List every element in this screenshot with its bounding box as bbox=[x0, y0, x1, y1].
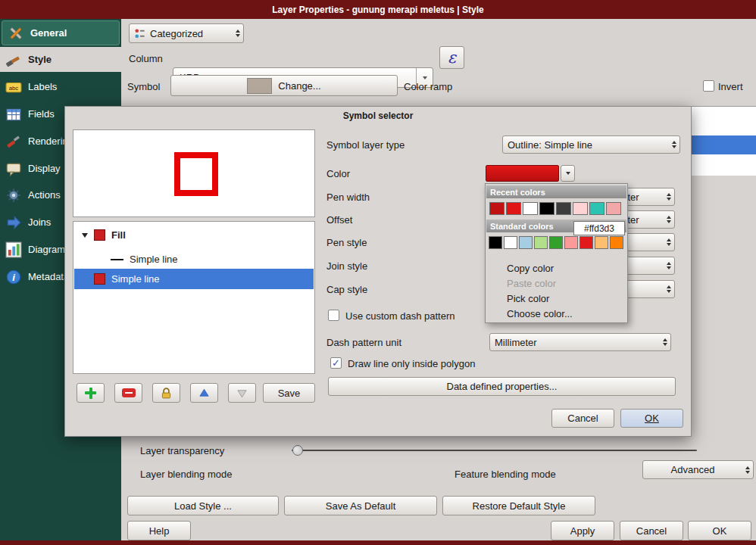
paste-color-label: Paste color bbox=[507, 278, 556, 289]
dropdown-arrow-icon bbox=[566, 172, 570, 175]
symbol-preview-red-square bbox=[174, 152, 218, 196]
color-swatch[interactable] bbox=[489, 236, 502, 249]
check-icon: ✓ bbox=[332, 358, 340, 368]
tree-item-label: Simple line bbox=[130, 254, 178, 265]
window-titlebar[interactable]: Layer Properties - gunung merapi meletus… bbox=[0, 0, 756, 19]
restore-default-label: Restore Default Style bbox=[473, 500, 566, 512]
symbol-layer-type-select[interactable]: Outline: Simple line bbox=[502, 135, 680, 154]
column-label: Column bbox=[129, 48, 163, 68]
load-style-button[interactable]: Load Style ... bbox=[127, 496, 279, 515]
color-swatch[interactable] bbox=[504, 236, 517, 249]
sidebar-item-label: Display bbox=[28, 163, 61, 174]
color-swatch[interactable] bbox=[549, 236, 563, 249]
categorized-classes-list[interactable] bbox=[692, 106, 756, 176]
epsilon-icon: ε bbox=[448, 48, 456, 67]
display-icon bbox=[5, 160, 22, 177]
load-style-label: Load Style ... bbox=[174, 500, 232, 512]
color-swatch[interactable] bbox=[519, 236, 533, 249]
color-swatch[interactable] bbox=[579, 236, 593, 249]
lock-color-button[interactable] bbox=[152, 383, 180, 403]
sidebar-item-labels[interactable]: abc Labels bbox=[0, 74, 121, 99]
fill-swatch-icon bbox=[94, 229, 105, 241]
tree-item-fill[interactable]: Fill bbox=[74, 225, 314, 245]
change-symbol-button[interactable]: Change... bbox=[170, 75, 398, 96]
sidebar-item-style[interactable]: Style bbox=[0, 47, 121, 72]
remove-symbol-layer-button[interactable] bbox=[114, 383, 142, 403]
restore-default-style-button[interactable]: Restore Default Style bbox=[442, 496, 595, 515]
dash-unit-select[interactable]: Millimeter bbox=[489, 333, 671, 351]
color-swatch[interactable] bbox=[534, 236, 548, 249]
renderer-type-select[interactable]: Categorized bbox=[129, 23, 244, 43]
advanced-button[interactable]: Advanced bbox=[642, 460, 754, 479]
move-up-button[interactable] bbox=[190, 383, 218, 403]
combo-spin-arrows bbox=[667, 238, 671, 246]
help-button[interactable]: Help bbox=[127, 521, 191, 540]
symbol-preview-patch bbox=[247, 78, 272, 94]
sidebar-item-label: Actions bbox=[28, 189, 61, 201]
save-symbol-button[interactable]: Save bbox=[263, 383, 315, 403]
layer-blending-label: Layer blending mode bbox=[140, 464, 232, 484]
transparency-slider-handle[interactable] bbox=[292, 445, 303, 456]
draw-inside-checkbox[interactable]: ✓ bbox=[330, 357, 342, 369]
color-button[interactable] bbox=[486, 165, 559, 182]
ok-button[interactable]: OK bbox=[688, 521, 751, 540]
metadata-icon: i bbox=[5, 269, 22, 285]
combo-spin-arrows bbox=[667, 216, 671, 223]
color-label: Color bbox=[326, 164, 350, 182]
color-swatch[interactable] bbox=[610, 236, 623, 249]
window-bottom-edge bbox=[0, 540, 756, 545]
menu-item-pick-color[interactable]: Pick color bbox=[486, 291, 626, 306]
transparency-slider-track[interactable] bbox=[292, 450, 697, 451]
hex-value: #ffd3d3 bbox=[584, 223, 614, 234]
symbol-layer-type-label: Symbol layer type bbox=[326, 135, 405, 154]
color-dropdown-button[interactable] bbox=[561, 165, 575, 182]
color-swatch[interactable] bbox=[564, 236, 578, 249]
change-button-label: Change... bbox=[278, 80, 320, 92]
join-style-label: Join style bbox=[326, 257, 367, 275]
sidebar-item-label: Joins bbox=[28, 216, 51, 228]
save-as-default-label: Save As Default bbox=[326, 500, 396, 512]
symbol-layer-type-value: Outline: Simple line bbox=[508, 139, 592, 151]
invert-checkbox[interactable] bbox=[703, 80, 714, 92]
save-as-default-button[interactable]: Save As Default bbox=[284, 496, 437, 515]
window-title: Layer Properties - gunung merapi meletus… bbox=[272, 5, 483, 15]
menu-item-copy-color[interactable]: Copy color bbox=[486, 260, 626, 276]
color-swatch[interactable] bbox=[539, 202, 555, 215]
advanced-button-label: Advanced bbox=[671, 464, 715, 475]
cap-style-label: Cap style bbox=[326, 280, 367, 298]
color-swatch[interactable] bbox=[556, 202, 571, 215]
save-symbol-label: Save bbox=[278, 388, 301, 399]
color-swatch[interactable] bbox=[595, 236, 608, 249]
line-swatch-icon bbox=[111, 259, 123, 260]
down-arrow-icon bbox=[236, 388, 248, 399]
color-swatch[interactable] bbox=[573, 202, 588, 215]
dash-unit-label: Dash pattern unit bbox=[326, 333, 401, 351]
data-defined-properties-button[interactable]: Data defined properties... bbox=[328, 377, 676, 396]
sidebar-item-label: Fields bbox=[28, 108, 55, 120]
dialog-ok-button[interactable]: OK bbox=[620, 409, 683, 428]
color-swatch[interactable] bbox=[523, 202, 538, 215]
sidebar-item-general[interactable]: General bbox=[2, 20, 120, 45]
expander-icon[interactable] bbox=[82, 233, 88, 238]
dialog-cancel-button[interactable]: Cancel bbox=[551, 409, 614, 428]
color-swatch[interactable] bbox=[589, 202, 604, 215]
color-swatch[interactable] bbox=[489, 202, 505, 215]
add-symbol-layer-button[interactable] bbox=[77, 383, 105, 403]
joins-icon bbox=[5, 214, 22, 231]
apply-button[interactable]: Apply bbox=[551, 521, 614, 540]
selected-class-row[interactable] bbox=[692, 135, 756, 154]
tree-item-simple-line-2-selected[interactable]: Simple line bbox=[74, 269, 314, 289]
color-swatch[interactable] bbox=[506, 202, 521, 215]
custom-dash-checkbox[interactable] bbox=[328, 310, 339, 321]
sidebar-item-label: Style bbox=[28, 54, 52, 65]
cancel-button[interactable]: Cancel bbox=[620, 521, 683, 540]
expression-builder-button[interactable]: ε bbox=[439, 46, 464, 69]
custom-dash-label: Use custom dash pattern bbox=[345, 307, 455, 325]
invert-label: Invert bbox=[718, 76, 743, 97]
feature-blending-label: Feature blending mode bbox=[455, 464, 556, 484]
color-swatch[interactable] bbox=[606, 202, 621, 215]
color-hex-tooltip: #ffd3d3 bbox=[573, 221, 625, 235]
menu-item-choose-color[interactable]: Choose color... bbox=[486, 306, 626, 321]
tree-item-simple-line-1[interactable]: Simple line bbox=[74, 249, 314, 269]
move-down-button[interactable] bbox=[228, 383, 256, 403]
